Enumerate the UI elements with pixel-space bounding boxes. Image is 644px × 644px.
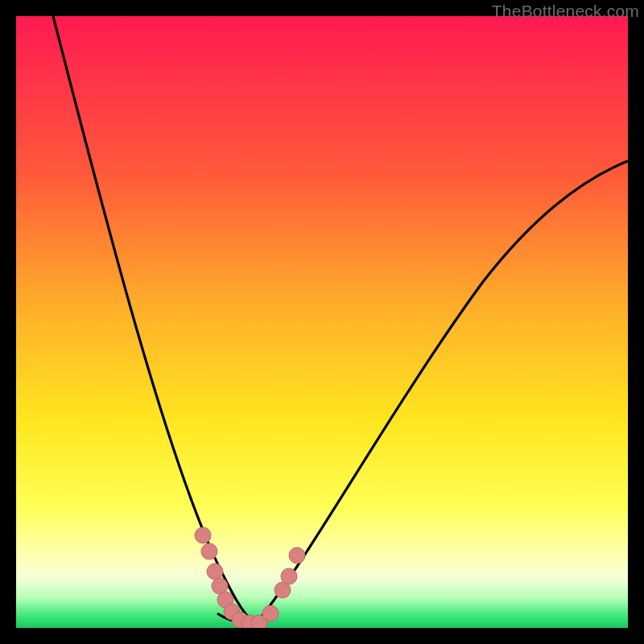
svg-point-11 bbox=[281, 568, 297, 584]
svg-point-1 bbox=[201, 543, 217, 559]
bottleneck-chart bbox=[16, 16, 628, 628]
svg-point-9 bbox=[262, 605, 279, 621]
chart-frame bbox=[16, 16, 628, 628]
watermark-text: TheBottleneck.com bbox=[492, 2, 639, 21]
svg-point-2 bbox=[207, 564, 223, 580]
svg-point-12 bbox=[289, 547, 305, 564]
gradient-background bbox=[16, 16, 628, 628]
svg-point-0 bbox=[195, 527, 211, 543]
